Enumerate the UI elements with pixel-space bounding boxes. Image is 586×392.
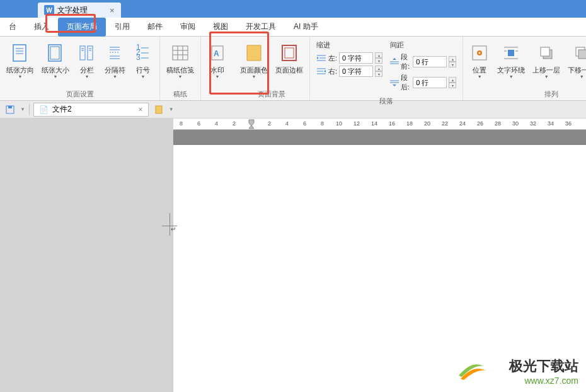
spin-up[interactable]: ▴ <box>375 52 382 58</box>
manuscript-paper-button[interactable]: 稿纸信笺 ▼ <box>164 39 197 80</box>
spin-down[interactable]: ▾ <box>449 83 456 88</box>
columns-button[interactable]: 分栏 ▼ <box>74 39 100 80</box>
close-tab-icon[interactable]: × <box>110 6 115 15</box>
document-area: 8 6 4 2 2 4 6 8 10 12 14 16 18 20 22 24 … <box>173 118 586 392</box>
indent-title: 缩进 <box>316 40 382 50</box>
chevron-down-icon: ▼ <box>18 74 23 79</box>
chevron-down-icon: ▼ <box>252 74 256 79</box>
ribbon-group-paper: 稿纸信笺 ▼ 稿纸 <box>160 37 201 100</box>
svg-rect-63 <box>156 106 162 113</box>
spin-down[interactable]: ▾ <box>375 58 382 64</box>
app-tab-label: 文字处理 <box>57 5 88 16</box>
close-tab-icon[interactable]: × <box>139 105 143 114</box>
page-size-button[interactable]: 纸张大小 ▼ <box>39 39 72 80</box>
app-tab[interactable]: W 文字处理 × <box>38 3 121 18</box>
svg-rect-23 <box>173 46 188 60</box>
indent-left-label: 左: <box>328 54 337 63</box>
orientation-button[interactable]: 纸张方向 ▼ <box>4 39 37 80</box>
spin-down[interactable]: ▾ <box>375 71 382 77</box>
watermark-icon: A <box>209 43 226 62</box>
ribbon-watermark: A 水印 ▼ <box>201 37 234 100</box>
send-backward-button[interactable]: 下移一层 ▼ <box>565 39 586 80</box>
document-tab[interactable]: 📄 文件2 × <box>33 103 149 117</box>
chevron-down-icon: ▼ <box>215 74 220 79</box>
svg-marker-40 <box>324 70 326 72</box>
indent-right-input[interactable] <box>339 66 373 77</box>
ruler-indent-marker[interactable] <box>248 118 255 130</box>
spin-down[interactable]: ▾ <box>449 62 456 67</box>
menu-mailings[interactable]: 邮件 <box>139 18 171 37</box>
menu-insert[interactable]: 插入 <box>25 18 58 37</box>
line-numbers-button[interactable]: 123 行号 ▼ <box>130 39 156 80</box>
indent-right-label: 右: <box>328 67 337 76</box>
watermark-url: www.xz7.com <box>509 376 578 386</box>
spacing-before-input[interactable] <box>413 56 447 67</box>
menu-ai-assistant[interactable]: AI 助手 <box>285 18 327 37</box>
columns-icon <box>79 43 95 62</box>
breaks-button[interactable]: 分隔符 ▼ <box>102 39 128 80</box>
page-color-button[interactable]: 页面颜色 ▼ <box>238 39 270 80</box>
chevron-down-icon: ▼ <box>141 74 146 79</box>
ribbon-group-paragraph: 缩进 左: ▴▾ 右: ▴▾ 间距 段前: <box>310 37 463 100</box>
spacing-after-input[interactable] <box>413 77 447 88</box>
svg-text:3: 3 <box>136 53 141 62</box>
new-document-button[interactable] <box>152 103 165 116</box>
ribbon-group-page-background: 页面颜色 ▼ 页面边框 页面背景 <box>234 37 310 100</box>
spin-up[interactable]: ▴ <box>449 77 456 83</box>
spacing-title: 间距 <box>390 40 456 50</box>
menu-bar: 台 插入 页面布局 引用 邮件 审阅 视图 开发工具 AI 助手 <box>0 18 586 37</box>
chevron-down-icon: ▼ <box>544 74 549 79</box>
title-bar: W 文字处理 × <box>0 0 586 18</box>
bring-forward-icon <box>538 45 554 61</box>
chevron-down-icon: ▼ <box>580 74 584 79</box>
position-icon <box>471 45 488 61</box>
spacing-before-icon <box>390 57 399 66</box>
svg-rect-62 <box>8 106 12 108</box>
save-button[interactable] <box>4 103 16 116</box>
text-wrap-button[interactable]: 文字环绕 ▼ <box>495 39 527 80</box>
indent-left-input[interactable] <box>339 52 373 64</box>
bring-forward-button[interactable]: 上移一层 ▼ <box>530 39 563 80</box>
svg-rect-32 <box>285 48 294 58</box>
page-orientation-icon <box>12 43 28 62</box>
indent-right-icon <box>316 67 326 76</box>
send-backward-icon <box>573 45 586 61</box>
chevron-down-icon: ▼ <box>178 74 183 79</box>
ribbon: 纸张方向 ▼ 纸张大小 ▼ 分栏 ▼ 分隔符 <box>0 37 586 101</box>
page-border-icon <box>280 43 298 62</box>
position-button[interactable]: 位置 ▼ <box>467 39 492 80</box>
svg-rect-30 <box>247 45 261 61</box>
spacing-after-icon <box>390 78 399 87</box>
menu-references[interactable]: 引用 <box>106 18 139 37</box>
svg-rect-58 <box>578 50 586 59</box>
document-page[interactable]: ↵ <box>173 145 586 392</box>
menu-home[interactable]: 台 <box>0 18 25 37</box>
horizontal-ruler[interactable]: 8 6 4 2 2 4 6 8 10 12 14 16 18 20 22 24 … <box>173 118 586 130</box>
chevron-down-icon[interactable]: ▼ <box>20 107 25 112</box>
svg-rect-56 <box>541 47 549 56</box>
menu-developer[interactable]: 开发工具 <box>237 18 285 37</box>
paper-group-label: 稿纸 <box>164 88 197 99</box>
spin-up[interactable]: ▴ <box>449 56 456 62</box>
chevron-down-icon[interactable]: ▼ <box>169 107 174 112</box>
svg-marker-46 <box>393 84 396 86</box>
spin-up[interactable]: ▴ <box>375 66 382 71</box>
menu-view[interactable]: 视图 <box>204 18 237 37</box>
chevron-down-icon: ▼ <box>54 74 58 79</box>
workspace: 8 6 4 2 2 4 6 8 10 12 14 16 18 20 22 24 … <box>0 118 586 392</box>
page-color-icon <box>245 43 263 62</box>
svg-marker-41 <box>393 58 396 60</box>
word-doc-icon: W <box>44 5 54 15</box>
document-tab-label: 文件2 <box>52 104 72 115</box>
svg-text:A: A <box>214 49 219 58</box>
page-border-button[interactable]: 页面边框 <box>273 39 306 76</box>
watermark-button[interactable]: A 水印 ▼ <box>205 39 230 80</box>
document-toolbar: ▼ 📄 文件2 × ▼ <box>0 101 586 118</box>
svg-rect-50 <box>508 50 514 56</box>
menu-review[interactable]: 审阅 <box>171 18 204 37</box>
svg-rect-7 <box>88 46 93 60</box>
word-doc-icon: 📄 <box>39 105 49 114</box>
menu-page-layout[interactable]: 页面布局 <box>58 18 106 37</box>
ribbon-group-page-setup: 纸张方向 ▼ 纸张大小 ▼ 分栏 ▼ 分隔符 <box>0 37 160 100</box>
page-size-icon <box>47 43 64 62</box>
